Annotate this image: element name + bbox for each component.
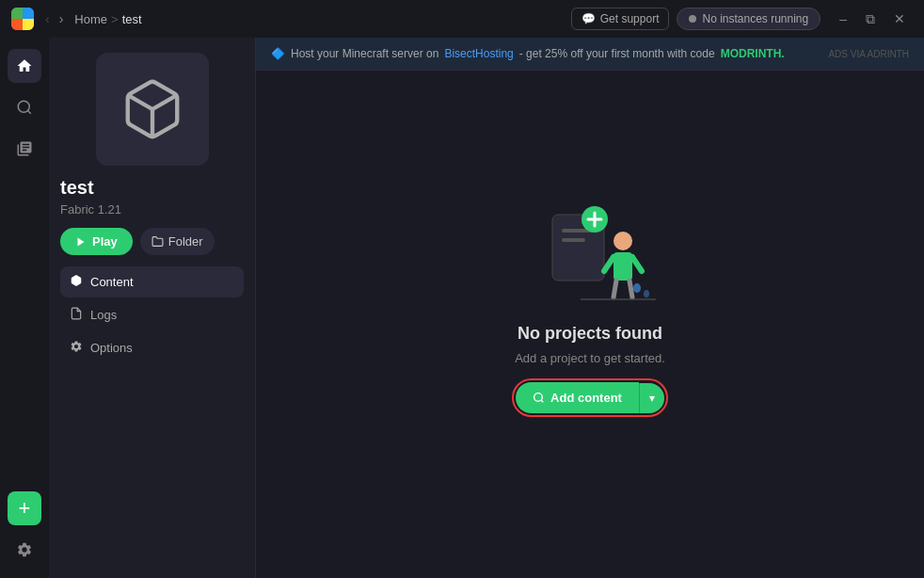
forward-button[interactable]: ›	[56, 8, 68, 30]
svg-point-0	[18, 101, 29, 112]
sidebar-icon-search[interactable]	[8, 90, 41, 124]
dropdown-arrow-icon: ▾	[649, 392, 655, 405]
nav-options-label: Options	[90, 341, 133, 355]
app-logo	[11, 8, 34, 30]
content-icon	[70, 274, 83, 290]
plus-icon: +	[19, 496, 31, 521]
nav-logs-label: Logs	[90, 308, 117, 322]
add-content-button[interactable]: Add content	[516, 382, 639, 413]
status-dot-icon	[689, 15, 696, 23]
main-area: + test Fabric 1.21 Play Folder	[0, 38, 924, 578]
add-profile-button[interactable]: +	[8, 491, 41, 525]
maximize-button[interactable]: ⧉	[858, 8, 883, 31]
nav-arrows: ‹ ›	[41, 8, 67, 30]
breadcrumb: Home > test	[74, 12, 141, 26]
play-label: Play	[92, 234, 118, 249]
content-area: 🔷 Host your Minecraft server on BisectHo…	[256, 38, 924, 578]
add-content-label: Add content	[550, 391, 622, 405]
play-icon	[75, 236, 87, 248]
folder-button[interactable]: Folder	[140, 228, 215, 255]
play-button[interactable]: Play	[60, 228, 133, 255]
logs-icon	[70, 307, 83, 323]
titlebar-right: 💬 Get support No instances running – ⧉ ✕	[571, 8, 913, 31]
svg-line-15	[629, 281, 632, 297]
sidebar-icon-library[interactable]	[8, 132, 41, 166]
svg-line-14	[613, 281, 616, 297]
instance-status-text: No instances running	[702, 12, 808, 25]
add-content-dropdown-button[interactable]: ▾	[639, 383, 664, 413]
ad-bisect-link[interactable]: BisectHosting	[444, 47, 513, 60]
svg-marker-3	[78, 237, 85, 246]
svg-line-12	[604, 257, 613, 271]
instance-panel: test Fabric 1.21 Play Folder Content	[49, 38, 256, 578]
instance-status-badge: No instances running	[677, 8, 820, 30]
instance-name: test	[60, 177, 244, 199]
sidebar-bottom: +	[8, 491, 41, 567]
sidebar-icon-settings[interactable]	[8, 533, 41, 567]
instance-version: Fabric 1.21	[60, 202, 244, 217]
left-sidebar: +	[0, 38, 49, 578]
sidebar-nav: Content Logs Options	[60, 266, 244, 363]
folder-icon	[151, 235, 164, 248]
nav-item-options[interactable]: Options	[60, 332, 244, 363]
svg-point-18	[644, 290, 649, 297]
close-button[interactable]: ✕	[886, 8, 913, 30]
nav-item-logs[interactable]: Logs	[60, 299, 244, 330]
ad-source: ADS VIA ADRINTH	[828, 49, 909, 59]
breadcrumb-separator: >	[111, 12, 119, 26]
svg-point-19	[534, 393, 543, 402]
instance-image	[96, 53, 209, 166]
svg-rect-11	[613, 252, 632, 281]
svg-line-1	[27, 110, 30, 113]
options-icon	[70, 340, 83, 356]
breadcrumb-current: test	[122, 12, 142, 26]
svg-point-17	[633, 283, 641, 293]
add-content-group: Add content ▾	[514, 380, 666, 415]
titlebar: ‹ › Home > test 💬 Get support No instanc…	[0, 0, 924, 38]
ad-banner: 🔷 Host your Minecraft server on BisectHo…	[256, 38, 924, 71]
minimize-button[interactable]: –	[832, 8, 854, 30]
back-button[interactable]: ‹	[41, 8, 54, 30]
empty-subtitle: Add a project to get started.	[515, 351, 665, 365]
folder-label: Folder	[168, 234, 203, 249]
nav-item-content[interactable]: Content	[60, 266, 244, 297]
empty-state: No projects found Add a project to get s…	[256, 71, 924, 578]
empty-illustration	[524, 196, 656, 309]
svg-point-10	[613, 232, 632, 250]
ad-code: MODRINTH.	[721, 47, 785, 60]
support-icon: 💬	[581, 12, 596, 25]
instance-actions: Play Folder	[60, 228, 244, 255]
ad-text-after: - get 25% off your first month with code	[519, 47, 715, 60]
ad-text-before: Host your Minecraft server on	[291, 47, 438, 60]
breadcrumb-home[interactable]: Home	[74, 12, 107, 26]
support-label: Get support	[600, 12, 660, 25]
sidebar-icon-home[interactable]	[8, 49, 41, 83]
empty-title: No projects found	[518, 324, 662, 344]
svg-rect-6	[562, 238, 585, 242]
svg-line-13	[632, 257, 642, 271]
window-controls: – ⧉ ✕	[832, 8, 913, 31]
search-icon	[533, 392, 545, 404]
get-support-button[interactable]: 💬 Get support	[571, 8, 670, 30]
svg-line-20	[541, 400, 543, 402]
nav-content-label: Content	[90, 275, 134, 289]
ad-icon: 🔷	[271, 47, 285, 60]
